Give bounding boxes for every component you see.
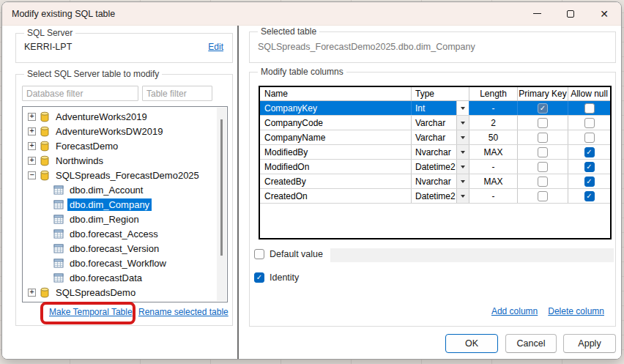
primary-key-checkbox[interactable]: [538, 118, 548, 128]
tree-item-forecastdemo[interactable]: +ForecastDemo: [23, 138, 227, 153]
cell-length[interactable]: -: [469, 160, 518, 174]
column-row-modifiedby[interactable]: ModifiedByNvarcharMAX✓: [260, 145, 610, 160]
cell-length[interactable]: MAX: [469, 174, 518, 188]
cell-length[interactable]: -: [469, 101, 518, 115]
modify-columns-group-label: Modify table columns: [258, 67, 346, 77]
tree-item-adventureworks2019[interactable]: +AdventureWorks2019: [23, 109, 227, 124]
cell-name[interactable]: CompanyKey: [260, 101, 412, 115]
identity-checkbox[interactable]: ✓: [254, 272, 264, 283]
allow-null-checkbox[interactable]: [584, 103, 595, 114]
type-value: Nvarchar: [412, 174, 456, 188]
default-value-checkbox[interactable]: [254, 249, 264, 259]
table-filter-input[interactable]: [142, 86, 212, 101]
cell-name[interactable]: CreatedBy: [260, 174, 412, 188]
allow-null-checkbox[interactable]: ✓: [584, 162, 595, 172]
type-dropdown-button[interactable]: [456, 116, 469, 130]
tree-item-dbo-forecast-workflow[interactable]: dbo.forecast_Workflow: [23, 256, 227, 270]
cell-name[interactable]: CompanyName: [260, 130, 412, 144]
column-row-createdon[interactable]: CreatedOnDatetime2-✓: [260, 189, 610, 204]
tree-expander-icon[interactable]: −: [28, 171, 36, 179]
type-dropdown-button[interactable]: [456, 130, 469, 144]
delete-column-link[interactable]: Delete column: [548, 306, 604, 316]
cell-type[interactable]: Int: [412, 101, 469, 115]
make-temporal-table-link[interactable]: Make Temporal Table: [49, 307, 133, 317]
allow-null-checkbox[interactable]: [584, 133, 595, 143]
edit-server-link[interactable]: Edit: [208, 42, 223, 52]
selected-table-group: Selected table SQLSpreads_ForecastDemo20…: [249, 31, 616, 63]
column-row-createdby[interactable]: CreatedByNvarcharMAX✓: [260, 174, 610, 189]
sql-server-group: SQL Server KERRI-LPT Edit: [15, 33, 233, 63]
selected-table-value: SQLSpreads_ForecastDemo2025.dbo.dim_Comp…: [258, 42, 475, 52]
database-treeview[interactable]: +AdventureWorks2019+AdventureWorksDW2019…: [22, 106, 228, 302]
tree-item-dbo-dim-company[interactable]: dbo.dim_Company: [23, 197, 227, 212]
columns-table: NameTypeLengthPrimary KeyAllow nullCompa…: [259, 86, 612, 239]
database-filter-input[interactable]: [22, 86, 138, 101]
cell-type[interactable]: Nvarchar: [412, 174, 469, 188]
ok-button[interactable]: OK: [445, 334, 498, 353]
table-icon: [53, 272, 64, 283]
tree-item-dbo-forecast-access[interactable]: dbo.forecast_Access: [23, 226, 227, 241]
modify-sql-table-dialog: Modify existing SQL table ✕ SQL Server K…: [1, 1, 622, 360]
tree-expander-icon[interactable]: +: [28, 113, 36, 121]
type-dropdown-button[interactable]: [456, 174, 469, 188]
primary-key-checkbox[interactable]: ✓: [538, 103, 548, 114]
default-value-field[interactable]: [330, 248, 614, 262]
cell-length[interactable]: 50: [469, 130, 518, 144]
cell-type[interactable]: Varchar: [412, 116, 469, 130]
column-row-modifiedon[interactable]: ModifiedOnDatetime2-✓: [260, 160, 610, 174]
allow-null-checkbox[interactable]: [584, 118, 595, 128]
tree-expander-icon[interactable]: +: [28, 157, 36, 165]
tree-item-dbo-dim-region[interactable]: dbo.dim_Region: [23, 212, 227, 226]
cell-name[interactable]: ModifiedOn: [260, 160, 412, 174]
tree-item-sqlspreads-forecastdemo2025[interactable]: −SQLSpreads_ForecastDemo2025: [23, 168, 227, 182]
maximize-icon: [567, 10, 574, 18]
cell-type[interactable]: Varchar: [412, 130, 469, 144]
cell-name[interactable]: CreatedOn: [260, 189, 412, 203]
cell-length[interactable]: MAX: [469, 145, 518, 159]
allow-null-checkbox[interactable]: ✓: [584, 191, 595, 201]
maximize-button[interactable]: [554, 2, 587, 26]
cell-type[interactable]: Datetime2: [412, 189, 469, 203]
type-dropdown-button[interactable]: [456, 160, 469, 174]
cell-type[interactable]: Datetime2: [412, 160, 469, 174]
type-dropdown-button[interactable]: [456, 189, 469, 203]
primary-key-checkbox[interactable]: [538, 191, 548, 201]
tree-scrollbar-thumb[interactable]: [220, 119, 223, 256]
allow-null-checkbox[interactable]: ✓: [584, 147, 595, 157]
primary-key-checkbox[interactable]: [538, 147, 548, 157]
rename-selected-table-link[interactable]: Rename selected table: [138, 307, 229, 317]
cell-length[interactable]: 2: [469, 116, 518, 130]
tree-item-northwinds[interactable]: +Northwinds: [23, 153, 227, 168]
tree-expander-icon[interactable]: +: [28, 289, 36, 297]
primary-key-checkbox[interactable]: [538, 162, 548, 172]
close-button[interactable]: ✕: [587, 2, 621, 26]
database-icon: [39, 155, 51, 166]
cancel-button[interactable]: Cancel: [505, 334, 557, 353]
cell-allow-null: [568, 130, 610, 144]
type-dropdown-button[interactable]: [456, 145, 469, 159]
tree-item-dbo-forecast-version[interactable]: dbo.forecast_Version: [23, 241, 227, 256]
tree-item-sqlspreadsdemo[interactable]: +SQLSpreadsDemo: [23, 285, 227, 300]
allow-null-checkbox[interactable]: ✓: [584, 177, 595, 187]
minimize-button[interactable]: [520, 2, 554, 26]
column-row-companyname[interactable]: CompanyNameVarchar50: [260, 130, 610, 145]
tree-expander-icon[interactable]: +: [28, 142, 36, 150]
cell-name[interactable]: CompanyCode: [260, 116, 412, 130]
table-icon: [53, 229, 64, 239]
tree-expander-icon[interactable]: +: [28, 127, 36, 135]
header-allow-null: Allow null: [568, 87, 610, 100]
cell-length[interactable]: -: [469, 189, 518, 203]
tree-item-dbo-dim-account[interactable]: dbo.dim_Account: [23, 182, 227, 197]
cell-name[interactable]: ModifiedBy: [260, 145, 412, 159]
primary-key-checkbox[interactable]: [538, 177, 548, 187]
apply-button[interactable]: Apply: [563, 334, 616, 353]
cell-type[interactable]: Nvarchar: [412, 145, 469, 159]
tree-item-adventureworksdw2019[interactable]: +AdventureWorksDW2019: [23, 124, 227, 138]
add-column-link[interactable]: Add column: [491, 306, 538, 316]
column-row-companykey[interactable]: CompanyKeyInt-✓: [260, 101, 610, 116]
column-row-companycode[interactable]: CompanyCodeVarchar2: [260, 116, 610, 130]
tree-item-dbo-forecastdata[interactable]: dbo.forecastData: [23, 270, 227, 285]
type-dropdown-button[interactable]: [456, 101, 469, 115]
tree-scrollbar[interactable]: [217, 108, 226, 301]
primary-key-checkbox[interactable]: [538, 133, 548, 143]
